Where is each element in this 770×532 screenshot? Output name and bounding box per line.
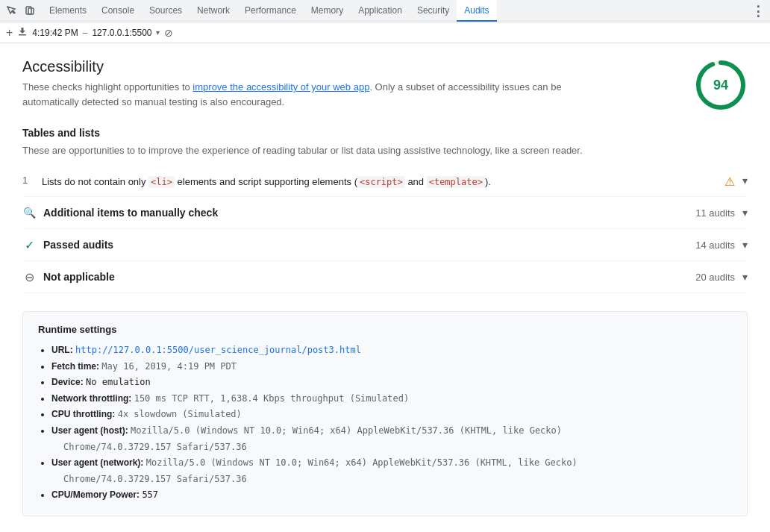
device-toggle-icon[interactable] [21,2,39,20]
address-separator: – [83,28,88,38]
audit-text-post: ). [485,176,491,187]
audit-code-li: <li> [148,176,175,188]
accessibility-link[interactable]: improve the accessibility of your web ap… [192,81,369,93]
collapsible-passed[interactable]: ✓ Passed audits 14 audits ▾ [22,229,748,261]
tab-application[interactable]: Application [351,0,410,22]
not-applicable-count: 20 audits [695,272,735,283]
inspect-icon[interactable] [3,2,21,20]
manual-check-label: Additional items to manually check [43,207,688,219]
audit-text-pre: Lists do not contain only [42,176,148,187]
collapsible-not-applicable[interactable]: ⊖ Not applicable 20 audits ▾ [22,261,748,293]
runtime-title: Runtime settings [38,324,732,335]
runtime-cpu-throttle: CPU throttling: 4x slowdown (Simulated) [51,407,732,423]
tab-security[interactable]: Security [410,0,457,22]
runtime-list: URL: http://127.0.0.1:5500/user_science_… [38,342,732,504]
audit-text-1: Lists do not contain only <li> elements … [42,175,717,190]
passed-audits-count: 14 audits [695,240,735,251]
runtime-user-agent-network: User agent (network): Mozilla/5.0 (Windo… [51,455,732,487]
tab-console[interactable]: Console [94,0,142,22]
manual-check-count: 11 audits [695,207,735,219]
runtime-cpu-memory: CPU/Memory Power: 557 [51,487,732,504]
tab-network[interactable]: Network [190,0,237,22]
accessibility-desc: These checks highlight opportunities to … [22,80,582,109]
svg-rect-2 [19,34,26,36]
more-options-icon[interactable]: ⋮ [749,2,767,20]
runtime-network-throttle: Network throttling: 150 ms TCP RTT, 1,63… [51,391,732,407]
minus-circle-icon: ⊖ [22,270,36,284]
accessibility-header: Accessibility These checks highlight opp… [22,58,748,112]
address-dropdown-icon[interactable]: ▾ [156,28,160,37]
toolbar-left-icons [3,2,39,20]
audit-text-mid2: and [405,176,427,187]
audit-expand-icon[interactable]: ▾ [742,175,748,187]
runtime-user-agent-host: User agent (host): Mozilla/5.0 (Windows … [51,423,732,455]
accessibility-info: Accessibility These checks highlight opp… [22,58,582,109]
runtime-settings-panel: Runtime settings URL: http://127.0.0.1:5… [22,311,748,516]
address-ban-icon[interactable]: ⊘ [164,27,173,39]
tab-elements[interactable]: Elements [42,0,94,22]
not-applicable-label: Not applicable [43,271,688,283]
manual-check-chevron-icon[interactable]: ▾ [742,207,748,219]
runtime-fetch-time: Fetch time: May 16, 2019, 4:19 PM PDT [51,359,732,375]
score-circle: 94 [694,58,748,112]
search-icon: 🔍 [22,206,36,219]
tables-lists-title: Tables and lists [22,127,748,139]
accessibility-title: Accessibility [22,58,582,75]
address-bar: + 4:19:42 PM – 127.0.0.1:5500 ▾ ⊘ [0,22,770,43]
address-url: 127.0.0.1:5500 [92,28,151,38]
audit-warning-icon: ⚠ [724,175,735,189]
devtools-toolbar: Elements Console Sources Network Perform… [0,0,770,22]
tab-audits[interactable]: Audits [457,0,496,22]
not-applicable-chevron-icon[interactable]: ▾ [742,271,748,283]
score-value: 94 [713,78,728,93]
tab-sources[interactable]: Sources [142,0,190,22]
tables-lists-desc: These are opportunities to to improve th… [22,143,748,158]
runtime-device: Device: No emulation [51,375,732,391]
audit-item-1: 1 Lists do not contain only <li> element… [22,167,748,198]
passed-audits-chevron-icon[interactable]: ▾ [742,239,748,251]
audit-num-1: 1 [22,175,34,186]
collapsible-manual-check[interactable]: 🔍 Additional items to manually check 11 … [22,197,748,229]
tab-memory[interactable]: Memory [304,0,351,22]
tab-bar: Elements Console Sources Network Perform… [42,0,497,22]
address-time: 4:19:42 PM [32,28,78,38]
checkmark-icon: ✓ [22,238,36,251]
download-icon[interactable] [17,26,28,39]
desc-pre: These checks highlight opportunities to [22,81,192,93]
main-content: Accessibility These checks highlight opp… [0,43,770,532]
add-icon[interactable]: + [6,26,13,40]
audit-code-template: <template> [427,176,485,188]
tab-performance[interactable]: Performance [237,0,304,22]
runtime-url: URL: http://127.0.0.1:5500/user_science_… [51,342,732,359]
passed-audits-label: Passed audits [43,239,688,251]
audit-text-mid: elements and script supporting elements … [175,176,357,187]
audit-code-script: <script> [357,176,405,188]
